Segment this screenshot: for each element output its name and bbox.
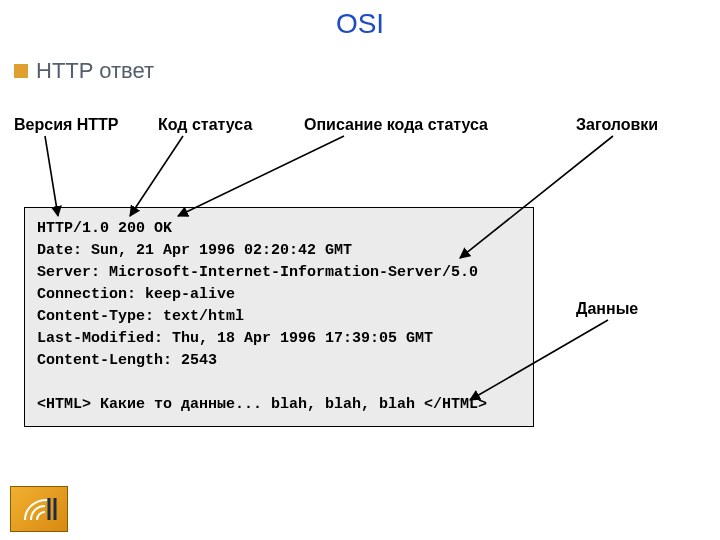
- label-status-desc: Описание кода статуса: [304, 116, 488, 134]
- label-status-code: Код статуса: [158, 116, 252, 134]
- header-line: Content-Type: text/html: [37, 308, 244, 325]
- header-line: Content-Length: 2543: [37, 352, 217, 369]
- status-line: HTTP/1.0 200 OK: [37, 220, 172, 237]
- section-title: HTTP ответ: [36, 58, 154, 84]
- header-line: Server: Microsoft-Internet-Information-S…: [37, 264, 478, 281]
- header-line: Connection: keep-alive: [37, 286, 235, 303]
- body-line: <HTML> Какие то данные... blah, blah, bl…: [37, 396, 487, 413]
- arrow-http-version: [45, 136, 58, 216]
- header-line: Last-Modified: Thu, 18 Apr 1996 17:39:05…: [37, 330, 433, 347]
- label-headers: Заголовки: [576, 116, 658, 134]
- http-response-box: HTTP/1.0 200 OK Date: Sun, 21 Apr 1996 0…: [24, 207, 534, 427]
- page-title: OSI: [0, 8, 720, 40]
- label-data: Данные: [576, 300, 638, 318]
- logo-icon: [10, 486, 68, 532]
- bullet-icon: [14, 64, 28, 78]
- arrow-status-code: [130, 136, 183, 216]
- arrow-status-desc: [178, 136, 344, 216]
- header-line: Date: Sun, 21 Apr 1996 02:20:42 GMT: [37, 242, 352, 259]
- label-http-version: Версия HTTP: [14, 116, 119, 134]
- section-header: HTTP ответ: [14, 58, 154, 84]
